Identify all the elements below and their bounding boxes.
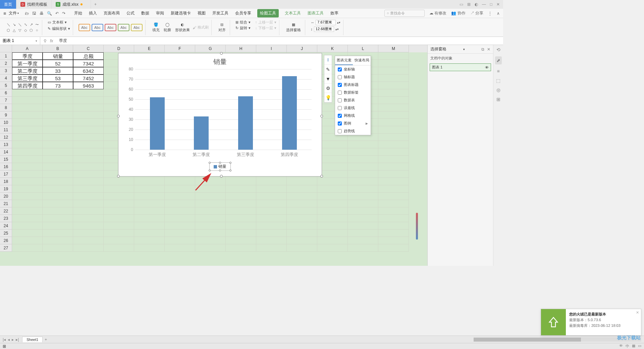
tab-layout[interactable]: 页面布局 xyxy=(103,9,120,17)
cell[interactable] xyxy=(12,170,43,178)
tab-file[interactable]: S 成绩.xlsx xyxy=(52,0,91,9)
cell[interactable] xyxy=(12,156,43,163)
chart-bar[interactable] xyxy=(150,97,165,150)
cell[interactable] xyxy=(73,237,104,244)
cell[interactable] xyxy=(226,230,256,237)
col-header[interactable]: B xyxy=(43,45,73,52)
cell[interactable] xyxy=(73,244,104,252)
cell[interactable] xyxy=(195,244,226,252)
col-header[interactable]: M xyxy=(378,45,409,52)
selection-pane-button[interactable]: ▦选择窗格 xyxy=(285,22,302,33)
cell[interactable] xyxy=(348,185,378,193)
row-header[interactable]: 18 xyxy=(0,178,12,185)
cell[interactable]: 销量 xyxy=(43,52,73,60)
cell[interactable] xyxy=(195,222,226,230)
cell[interactable] xyxy=(378,97,409,104)
cell[interactable] xyxy=(73,170,104,178)
cell[interactable] xyxy=(378,141,409,148)
cell[interactable] xyxy=(226,193,256,200)
cell[interactable] xyxy=(378,104,409,111)
cell[interactable] xyxy=(348,230,378,237)
minimize-button[interactable]: — xyxy=(482,2,486,7)
chart-bar[interactable] xyxy=(282,76,297,150)
cell[interactable] xyxy=(104,185,134,193)
cell[interactable] xyxy=(195,200,226,207)
cell[interactable] xyxy=(134,237,165,244)
cell[interactable] xyxy=(43,156,73,163)
cell[interactable] xyxy=(12,134,43,141)
row-header[interactable]: 7 xyxy=(0,97,12,104)
cell[interactable] xyxy=(12,193,43,200)
chart-legend[interactable]: 销量 xyxy=(209,162,231,171)
cell[interactable] xyxy=(226,237,256,244)
cell[interactable] xyxy=(73,163,104,170)
cell[interactable] xyxy=(43,126,73,134)
cell[interactable] xyxy=(378,163,409,170)
row-header[interactable]: 22 xyxy=(0,207,12,215)
chart-element-option[interactable]: 图表标题 xyxy=(335,81,371,89)
open-icon[interactable]: 🗁 xyxy=(25,11,29,16)
cell[interactable] xyxy=(12,148,43,156)
cell[interactable]: 6342 xyxy=(73,67,104,74)
tab-template[interactable]: D 找稻壳模板 xyxy=(16,0,52,9)
user-icon[interactable]: ◐ xyxy=(475,2,478,7)
cell[interactable] xyxy=(378,230,409,237)
cell[interactable] xyxy=(348,163,378,170)
layout-icon[interactable]: ▭ xyxy=(460,2,463,7)
command-search[interactable]: ○ 查找命令 xyxy=(384,10,425,17)
col-header[interactable]: E xyxy=(134,45,165,52)
cell[interactable] xyxy=(287,237,317,244)
cell[interactable] xyxy=(134,207,165,215)
chart-element-option[interactable]: 趋势线 xyxy=(335,127,371,135)
cell[interactable] xyxy=(256,178,287,185)
print-icon[interactable]: 🖶 xyxy=(40,11,44,16)
cell[interactable] xyxy=(256,185,287,193)
col-header[interactable]: I xyxy=(256,45,287,52)
cell[interactable] xyxy=(43,178,73,185)
cell[interactable] xyxy=(134,215,165,222)
cell[interactable] xyxy=(378,67,409,74)
cell[interactable] xyxy=(348,193,378,200)
cell[interactable] xyxy=(43,163,73,170)
row-header[interactable]: 6 xyxy=(0,89,12,97)
cell[interactable] xyxy=(43,170,73,178)
cell[interactable] xyxy=(43,200,73,207)
row-header[interactable]: 19 xyxy=(0,185,12,193)
popup-tab-layout[interactable]: 快速布局 xyxy=(353,56,371,65)
cell[interactable] xyxy=(195,215,226,222)
formula-bar[interactable]: 季度 xyxy=(56,38,503,44)
chart-element-option[interactable]: 数据表 xyxy=(335,96,371,104)
cell[interactable]: 73 xyxy=(43,82,73,89)
cell[interactable] xyxy=(134,178,165,185)
cell[interactable] xyxy=(73,200,104,207)
align-button[interactable]: ⊟对齐 xyxy=(217,22,227,33)
row-header[interactable]: 3 xyxy=(0,67,12,74)
cell[interactable] xyxy=(165,215,195,222)
cell[interactable] xyxy=(348,148,378,156)
cell[interactable] xyxy=(226,222,256,230)
cell[interactable] xyxy=(73,207,104,215)
sidebar-select-icon[interactable]: ⬈ xyxy=(495,56,502,64)
row-header[interactable]: 26 xyxy=(0,237,12,244)
cell[interactable] xyxy=(73,104,104,111)
cell[interactable] xyxy=(165,237,195,244)
chart-element-option[interactable]: 轴标题 xyxy=(335,73,371,81)
cell[interactable] xyxy=(378,60,409,67)
cell[interactable] xyxy=(317,185,348,193)
cell[interactable] xyxy=(317,237,348,244)
cell[interactable] xyxy=(287,207,317,215)
row-header[interactable]: 1 xyxy=(0,52,12,60)
tab-vip[interactable]: 会员专享 xyxy=(234,9,252,17)
cell[interactable] xyxy=(226,207,256,215)
cell[interactable] xyxy=(73,134,104,141)
cell[interactable] xyxy=(43,230,73,237)
cell[interactable] xyxy=(43,222,73,230)
cell[interactable] xyxy=(378,200,409,207)
col-header[interactable]: C xyxy=(73,45,104,52)
cell[interactable] xyxy=(378,185,409,193)
cell[interactable] xyxy=(348,178,378,185)
cell[interactable] xyxy=(12,230,43,237)
cell[interactable] xyxy=(73,178,104,185)
effect-button[interactable]: ◐形状效果 xyxy=(174,22,191,33)
cell[interactable] xyxy=(378,89,409,97)
